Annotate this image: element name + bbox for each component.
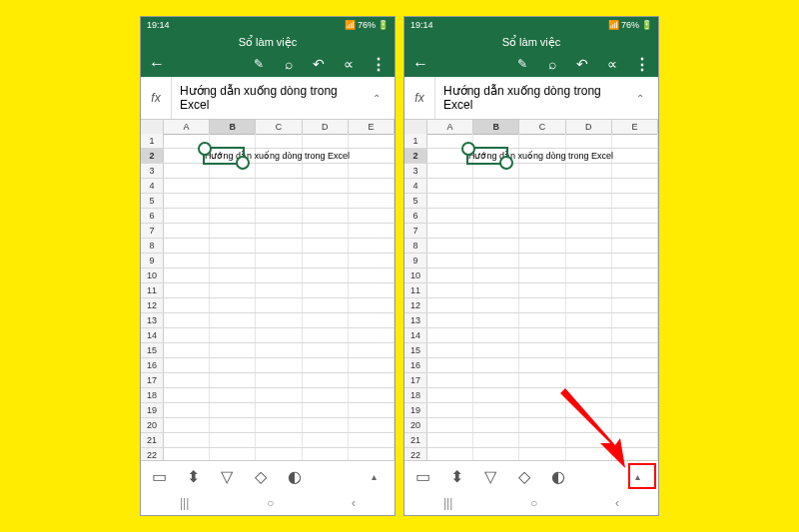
row-header[interactable]: 5	[404, 194, 427, 208]
row-header[interactable]: 7	[404, 224, 427, 238]
cell[interactable]	[519, 358, 565, 372]
row-header[interactable]: 14	[141, 328, 164, 342]
back-icon[interactable]: ←	[149, 56, 165, 72]
cell[interactable]	[256, 433, 302, 447]
col-header-D[interactable]: D	[566, 120, 612, 134]
row-header[interactable]: 20	[404, 418, 427, 432]
cell[interactable]	[303, 164, 349, 178]
cell[interactable]	[210, 268, 256, 282]
row-header[interactable]: 19	[141, 403, 164, 417]
cell[interactable]	[612, 149, 658, 163]
cell[interactable]	[349, 134, 395, 148]
filter-icon[interactable]: ▽	[219, 468, 235, 484]
cell[interactable]	[473, 373, 519, 387]
cell[interactable]	[566, 239, 612, 253]
cell[interactable]	[210, 373, 256, 387]
select-all-corner[interactable]	[404, 120, 427, 134]
cell[interactable]	[349, 254, 395, 267]
cell[interactable]	[256, 448, 302, 460]
cell[interactable]	[303, 373, 349, 387]
cell[interactable]	[164, 254, 210, 267]
cell[interactable]	[427, 388, 473, 402]
cell[interactable]	[256, 388, 302, 402]
cell[interactable]	[473, 209, 519, 223]
cell[interactable]	[519, 209, 565, 223]
more-icon[interactable]: ⋮	[634, 56, 650, 72]
cell[interactable]	[164, 358, 210, 372]
cell[interactable]	[566, 313, 612, 327]
cell[interactable]	[519, 164, 565, 178]
cell[interactable]	[427, 254, 473, 267]
highlight-icon[interactable]: ◇	[516, 468, 532, 484]
cell[interactable]	[566, 328, 612, 342]
cell[interactable]	[349, 343, 395, 357]
cell[interactable]	[164, 239, 210, 253]
cell[interactable]	[427, 418, 473, 432]
cell[interactable]	[303, 194, 349, 208]
cell[interactable]	[612, 298, 658, 312]
cell[interactable]	[210, 283, 256, 297]
cell[interactable]	[256, 254, 302, 267]
back-icon[interactable]: ←	[412, 56, 428, 72]
cell[interactable]	[349, 224, 395, 238]
cell[interactable]	[303, 224, 349, 238]
cell[interactable]	[303, 283, 349, 297]
cell[interactable]	[566, 134, 612, 148]
row-header[interactable]: 9	[141, 254, 164, 267]
cell[interactable]	[427, 448, 473, 460]
row-header[interactable]: 12	[141, 298, 164, 312]
cell[interactable]	[210, 343, 256, 357]
cell[interactable]	[303, 209, 349, 223]
row-header[interactable]: 8	[404, 239, 427, 253]
row-header[interactable]: 1	[141, 134, 164, 148]
share-icon[interactable]: ∝	[604, 56, 620, 72]
cell[interactable]	[519, 283, 565, 297]
cell[interactable]	[566, 358, 612, 372]
row-header[interactable]: 9	[404, 254, 427, 267]
cell[interactable]	[427, 283, 473, 297]
cell[interactable]	[519, 239, 565, 253]
cell[interactable]	[256, 343, 302, 357]
cell[interactable]	[210, 448, 256, 460]
cell[interactable]	[210, 164, 256, 178]
cell[interactable]	[303, 358, 349, 372]
row-header[interactable]: 2	[141, 149, 164, 163]
cell[interactable]	[612, 179, 658, 193]
col-header-C[interactable]: C	[519, 120, 565, 134]
row-header[interactable]: 17	[141, 373, 164, 387]
cell[interactable]	[612, 254, 658, 267]
row-header[interactable]: 18	[141, 388, 164, 402]
share-icon[interactable]: ∝	[341, 56, 357, 72]
cell[interactable]	[210, 433, 256, 447]
cell[interactable]	[303, 403, 349, 417]
cell[interactable]	[256, 328, 302, 342]
cell[interactable]	[349, 373, 395, 387]
cell[interactable]	[473, 194, 519, 208]
cell[interactable]	[473, 283, 519, 297]
cell[interactable]	[473, 179, 519, 193]
cell[interactable]	[349, 328, 395, 342]
search-icon[interactable]: ⌕	[281, 56, 297, 72]
cell[interactable]	[349, 283, 395, 297]
col-header-A[interactable]: A	[427, 120, 473, 134]
home-button[interactable]: ○	[267, 496, 274, 510]
row-header[interactable]: 6	[141, 209, 164, 223]
cell[interactable]	[519, 194, 565, 208]
highlight-icon[interactable]: ◇	[253, 468, 269, 484]
row-header[interactable]: 5	[141, 194, 164, 208]
cell[interactable]	[566, 343, 612, 357]
cell[interactable]	[473, 328, 519, 342]
cell[interactable]	[473, 388, 519, 402]
row-header[interactable]: 20	[141, 418, 164, 432]
cell[interactable]	[349, 418, 395, 432]
cell[interactable]	[164, 373, 210, 387]
cell[interactable]	[566, 283, 612, 297]
pen-icon[interactable]: ✎	[251, 56, 267, 72]
cell[interactable]	[473, 448, 519, 460]
pen-icon[interactable]: ✎	[514, 56, 530, 72]
cell[interactable]	[349, 194, 395, 208]
cell[interactable]	[566, 298, 612, 312]
cell[interactable]	[164, 224, 210, 238]
cell[interactable]	[612, 343, 658, 357]
cell[interactable]	[164, 194, 210, 208]
